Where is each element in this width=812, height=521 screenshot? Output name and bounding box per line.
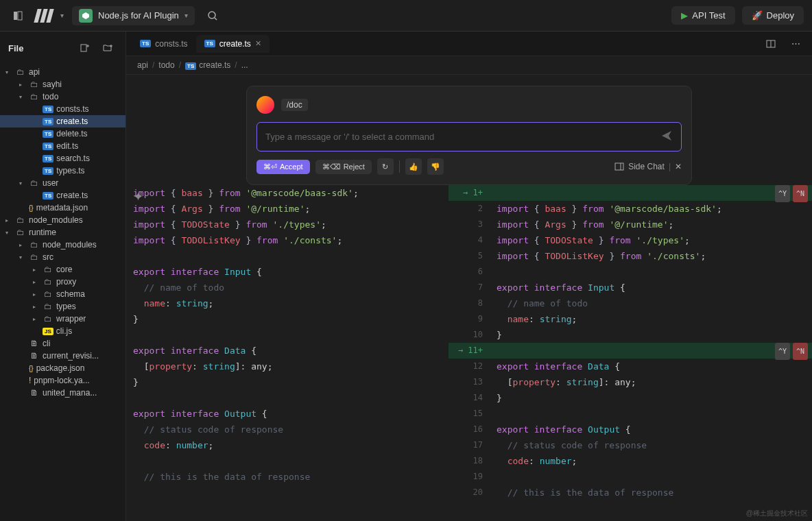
tree-item-user[interactable]: ▾🗀user: [0, 177, 126, 189]
tree-item-core[interactable]: ▸🗀core: [0, 263, 126, 276]
workspace-name: Node.js for AI Plugin: [98, 10, 179, 21]
tree-item-node_modules[interactable]: ▸🗀node_modules: [0, 239, 126, 251]
svg-rect-5: [81, 45, 86, 51]
svg-rect-1: [18, 12, 22, 20]
split-editor-button[interactable]: [761, 34, 780, 53]
tree-item-search-ts[interactable]: TSsearch.ts: [0, 152, 126, 165]
workspace-selector[interactable]: Node.js for AI Plugin ▾: [72, 6, 195, 25]
play-icon: ▶: [681, 10, 688, 21]
tree-item-create-ts[interactable]: TScreate.ts: [0, 189, 126, 202]
tree-item-pnpm-lock-ya-[interactable]: !pnpm-lock.ya...: [0, 374, 126, 387]
accept-button[interactable]: ⌘⏎ Accept: [256, 160, 310, 174]
close-icon[interactable]: ✕: [255, 39, 261, 48]
svg-rect-0: [14, 12, 17, 20]
nodejs-icon: [79, 9, 93, 23]
svg-point-3: [208, 12, 215, 19]
panel-icon: [614, 162, 624, 171]
file-sidebar: File ▾🗀api▸🗀sayhi▾🗀todoTSconsts.tsTScrea…: [0, 32, 126, 521]
chat-input[interactable]: [265, 132, 660, 142]
tree-item-sayhi[interactable]: ▸🗀sayhi: [0, 78, 126, 90]
tree-item-api[interactable]: ▾🗀api: [0, 66, 126, 78]
chat-input-container[interactable]: [256, 122, 682, 152]
tab-create-ts[interactable]: TScreate.ts✕: [196, 35, 270, 53]
tree-item-consts-ts[interactable]: TSconsts.ts: [0, 103, 126, 115]
tree-item-node_modules[interactable]: ▸🗀node_modules: [0, 214, 126, 226]
svg-line-4: [215, 18, 217, 20]
editor-area: TSconsts.tsTScreate.ts✕ ⋯ api/todo/TScre…: [126, 32, 812, 521]
tree-item-delete-ts[interactable]: TSdelete.ts: [0, 128, 126, 140]
tree-item-types-ts[interactable]: TStypes.ts: [0, 165, 126, 177]
tab-consts-ts[interactable]: TSconsts.ts: [132, 35, 196, 53]
svg-marker-2: [82, 12, 89, 19]
thumbs-up-button[interactable]: 👍: [405, 158, 422, 175]
tree-item-wrapper[interactable]: ▸🗀wrapper: [0, 313, 126, 325]
refresh-button[interactable]: ↻: [377, 158, 394, 175]
slash-command-badge: /doc: [281, 99, 308, 111]
menu-toggle-button[interactable]: [8, 6, 27, 25]
tree-item-todo[interactable]: ▾🗀todo: [0, 90, 126, 103]
api-test-button[interactable]: ▶ API Test: [671, 6, 735, 25]
send-button[interactable]: [660, 130, 673, 144]
ai-chat-panel: /doc ⌘⏎ Accept ⌘⌫ Reject ↻ 👍: [246, 86, 692, 185]
search-button[interactable]: [203, 6, 222, 25]
breadcrumb-item[interactable]: api: [137, 60, 148, 70]
deploy-button[interactable]: 🚀 Deploy: [742, 6, 804, 25]
diff-gutter: → 1+2345678910→ 11+121314151617181920: [449, 185, 490, 521]
tree-item-proxy[interactable]: ▸🗀proxy: [0, 276, 126, 288]
rocket-icon: 🚀: [752, 10, 763, 21]
close-chat-button[interactable]: ✕: [675, 162, 682, 171]
logo-icon: [34, 9, 53, 23]
breadcrumb-item[interactable]: todo: [158, 60, 174, 70]
avatar: [256, 96, 274, 114]
topbar: ▾ Node.js for AI Plugin ▾ ▶ API Test 🚀 D…: [0, 0, 812, 32]
breadcrumb-item[interactable]: ...: [241, 60, 248, 70]
chevron-down-icon[interactable]: ▾: [60, 12, 64, 19]
tree-item-united_mana-[interactable]: 🗎united_mana...: [0, 387, 126, 399]
breadcrumb-item[interactable]: TScreate.ts: [185, 60, 230, 70]
side-chat-button[interactable]: Side Chat: [628, 162, 665, 171]
watermark: @稀土掘金技术社区: [746, 509, 808, 518]
diff-left-pane: import { baas } from '@marscode/baas-sdk…: [126, 185, 449, 521]
new-file-button[interactable]: [75, 38, 94, 58]
tree-item-package-json[interactable]: {}package.json: [0, 362, 126, 374]
more-button[interactable]: ⋯: [786, 34, 805, 53]
new-folder-button[interactable]: [98, 38, 117, 58]
chevron-down-icon: ▾: [184, 12, 188, 19]
breadcrumb: api/todo/TScreate.ts/...: [126, 56, 812, 75]
svg-rect-12: [615, 163, 623, 170]
diff-view: import { baas } from '@marscode/baas-sdk…: [126, 185, 812, 521]
tree-item-current_revisi-[interactable]: 🗎current_revisi...: [0, 350, 126, 362]
tree-item-src[interactable]: ▾🗀src: [0, 251, 126, 263]
sidebar-title: File: [8, 43, 23, 53]
tree-item-schema[interactable]: ▸🗀schema: [0, 288, 126, 300]
tree-item-edit-ts[interactable]: TSedit.ts: [0, 140, 126, 152]
tree-item-runtime[interactable]: ▾🗀runtime: [0, 226, 126, 239]
thumbs-down-button[interactable]: 👎: [427, 158, 444, 175]
tree-item-cli-js[interactable]: JScli.js: [0, 325, 126, 337]
diff-right-pane: ^Y^Nimport { baas } from '@marscode/baas…: [490, 185, 812, 521]
tree-item-cli[interactable]: 🗎cli: [0, 337, 126, 350]
tree-item-metadata-json[interactable]: {}metadata.json: [0, 202, 126, 214]
file-tree: ▾🗀api▸🗀sayhi▾🗀todoTSconsts.tsTScreate.ts…: [0, 64, 126, 521]
tree-item-types[interactable]: ▸🗀types: [0, 300, 126, 313]
tree-item-create-ts[interactable]: TScreate.ts: [0, 115, 126, 128]
tabs-bar: TSconsts.tsTScreate.ts✕ ⋯: [126, 32, 812, 56]
reject-button[interactable]: ⌘⌫ Reject: [315, 160, 372, 174]
